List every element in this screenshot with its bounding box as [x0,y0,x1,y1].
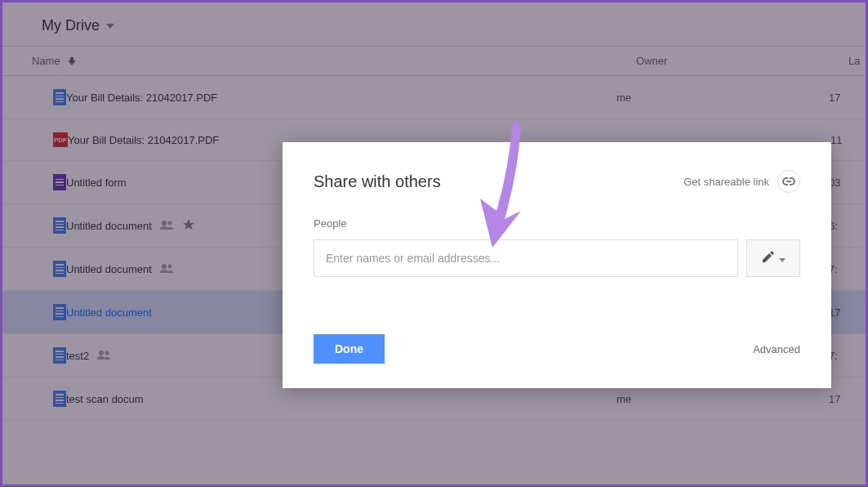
caret-down-icon [779,252,786,265]
done-button[interactable]: Done [314,334,385,364]
pencil-icon [761,251,774,266]
people-input[interactable] [314,239,738,277]
dialog-header: Share with others Get shareable link [314,170,800,193]
modal-overlay: Share with others Get shareable link Peo… [2,2,866,485]
dialog-title: Share with others [314,172,441,191]
share-dialog: Share with others Get shareable link Peo… [283,142,831,388]
people-input-row [314,239,800,277]
dialog-footer: Done Advanced [314,334,800,364]
link-icon [777,170,800,193]
people-label: People [314,217,800,230]
get-shareable-link-button[interactable]: Get shareable link [683,170,800,193]
permission-dropdown-button[interactable] [746,239,800,277]
advanced-link[interactable]: Advanced [753,343,800,355]
shareable-link-label: Get shareable link [683,176,769,188]
